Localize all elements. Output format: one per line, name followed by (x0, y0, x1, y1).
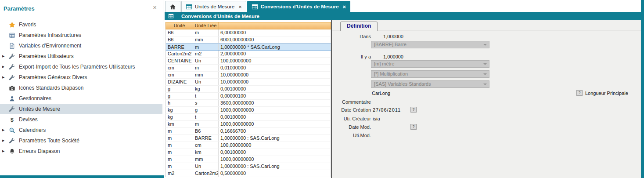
sidebar-item[interactable]: ▶Erreurs Diapason (0, 146, 162, 156)
table-row[interactable]: mBARRE1,00000000 : SAS.CarLong (165, 135, 331, 142)
cell-unite: m (166, 163, 193, 170)
table-row[interactable]: kgg1000,00000000 (165, 107, 331, 114)
cell-unite-liee: B6 (193, 128, 219, 134)
column-header[interactable] (219, 22, 331, 29)
table-row[interactable]: kgt0,00100000 (165, 114, 331, 121)
table-row[interactable]: CENTAINEUn100,00000000 (165, 58, 331, 65)
sidebar-item-label: Export-Import de Tous les Paramètres Uti… (19, 64, 135, 70)
dans-unit-select[interactable]: [BARRE] Barre (371, 41, 489, 48)
table-row[interactable]: mB60,16666700 (165, 128, 331, 135)
expand-arrow-icon[interactable]: ▶ (0, 65, 9, 69)
sidebar-item[interactable]: Paramètres Infrastructures (0, 30, 162, 40)
cell-valeur: 0,00100000 (219, 86, 331, 92)
date-creation-label: Date Création (336, 107, 371, 113)
cell-unite-liee: kg (193, 86, 219, 92)
sidebar-item-label: Paramètres Infrastructures (19, 32, 81, 38)
table-row[interactable]: DIZAINEUn10,00000000 (165, 79, 331, 86)
sidebar-item[interactable]: Variables d'Environnement (0, 40, 162, 51)
cell-valeur: 6000,00000000 (219, 36, 331, 43)
table-row[interactable]: gt0,00000100 (165, 93, 331, 100)
table-row[interactable]: kmm1000,00000000 (165, 121, 331, 128)
table-row[interactable]: m2Carton2m20,50000000 (165, 170, 331, 177)
table-row[interactable]: BARREm1,00000000 * SAS.CarLong (165, 44, 331, 51)
sidebar-item[interactable]: ▶Export-Import de Tous les Paramètres Ut… (0, 62, 162, 72)
table-row[interactable]: mUn1,00000000 : SAS.CarLong (165, 163, 331, 170)
operation-select[interactable]: [*] Multiplication (371, 70, 489, 78)
table-row[interactable]: mkm0,00100000 (165, 149, 331, 156)
sidebar-item-label: Devises (19, 116, 38, 123)
search-globe-icon (9, 127, 16, 134)
sidebar-item[interactable]: ▶Paramètres Utilisateurs (0, 51, 162, 62)
chevron-down-icon (483, 73, 487, 75)
sidebar-item-label: Favoris (19, 22, 36, 28)
cell-unite: m (166, 142, 193, 149)
tab-label: Unités de Mesure (195, 4, 234, 9)
tab-close-icon[interactable]: × (238, 4, 242, 10)
sidebar-item[interactable]: ▶Paramètres Généraux Divers (0, 72, 162, 83)
uti-mod-label: Uti.Mod. (336, 133, 371, 138)
sidebar-item-label: Gestionnaires (19, 95, 51, 102)
table-row[interactable]: hs3600,00000000 (165, 100, 331, 107)
cell-unite-liee: Un (193, 58, 219, 64)
table-row[interactable]: B6mm6000,00000000 (165, 36, 331, 44)
bottom-chrome-strip (0, 175, 164, 178)
table-row[interactable]: mcm100,00000000 (165, 142, 331, 149)
sidebar-items: FavorisParamètres InfrastructuresVariabl… (0, 19, 162, 156)
table-header-row: UnitéUnité Liée (165, 22, 331, 29)
column-header[interactable]: Unité Liée (193, 22, 219, 29)
document-tab-bar: Unités de Mesure×Conversions d'Unités de… (165, 0, 641, 12)
definition-panel: Définition Dans 1,000000 [BARRE] Barre I… (332, 20, 641, 178)
cell-valeur: 0,16666700 (219, 128, 331, 134)
unites-de-mesure-tab[interactable]: Unités de Mesure× (181, 1, 246, 12)
table-row[interactable]: cmm0,01000000 (165, 65, 331, 72)
date-mod-picker-button[interactable]: ? (410, 124, 417, 130)
longueur-principale-checkbox[interactable]: ? (576, 90, 583, 96)
sidebar-item[interactable]: Unités de Mesure (0, 104, 162, 114)
vertical-scrollbar[interactable] (641, 0, 644, 178)
conversions-table: UnitéUnité Liée B6m6,00000000B6mm6000,00… (165, 22, 331, 177)
sidebar-item[interactable]: Icônes Standards Diapason (0, 83, 162, 93)
cell-unite-liee: Un (193, 163, 219, 170)
cell-unite: m (166, 156, 193, 163)
dans-value: 1,000000 (374, 34, 403, 39)
column-header[interactable]: Unité (166, 22, 193, 29)
expand-arrow-icon[interactable]: ▶ (0, 76, 9, 79)
sidebar-close-icon[interactable]: × (153, 4, 157, 11)
date-creation-picker-button[interactable]: ? (410, 107, 417, 113)
target-unit-select[interactable]: [m] mètre (371, 60, 489, 68)
cell-valeur: 1000,00000000 (219, 121, 331, 127)
expand-arrow-icon[interactable]: ▶ (0, 149, 9, 153)
sidebar-item-label: Paramètres Utilisateurs (19, 53, 74, 59)
table-row[interactable]: cmmm10,00000000 (165, 72, 331, 79)
sidebar-item-label: Erreurs Diapason (19, 148, 60, 154)
table-body: B6m6,00000000B6mm6000,00000000BARREm1,00… (165, 29, 331, 177)
cell-valeur: 100,00000000 (219, 142, 331, 149)
cell-valeur: 1,00000000 : SAS.CarLong (219, 135, 331, 142)
expand-arrow-icon[interactable]: ▶ (0, 54, 9, 58)
table-row[interactable]: mmm1000,00000000 (165, 156, 331, 163)
dollar-icon: $ (9, 116, 16, 123)
tab-close-icon[interactable]: × (343, 4, 346, 10)
expand-arrow-icon[interactable]: ▶ (0, 139, 9, 142)
cell-valeur: 1,00000000 * SAS.CarLong (219, 44, 331, 50)
cell-unite: m (166, 149, 193, 156)
table-row[interactable]: gkg0,00100000 (165, 86, 331, 93)
cell-unite-liee: s (193, 100, 219, 106)
cell-unite: m (166, 128, 193, 134)
cell-unite: kg (166, 114, 193, 120)
window-grid-icon (168, 13, 176, 20)
variable-type-select[interactable]: [SAS] Variables Standards (371, 80, 489, 88)
table-row[interactable]: Carton2m2m22,00000000 (165, 51, 331, 58)
expand-arrow-icon[interactable]: ▶ (0, 128, 9, 132)
sidebar-item[interactable]: ▶Calendriers (0, 125, 162, 135)
conversions-tab[interactable]: Conversions d'Unités de Mesure× (247, 1, 350, 12)
home-tab[interactable] (165, 1, 180, 12)
sidebar-item[interactable]: $Devises (0, 114, 162, 125)
sidebar-item[interactable]: Favoris (0, 19, 162, 30)
sidebar-item[interactable]: Gestionnaires (0, 93, 162, 104)
cell-valeur: 0,00000100 (219, 93, 331, 99)
sidebar-item[interactable]: ▶Paramètres Toute Société (0, 135, 162, 146)
table-row[interactable]: B6m6,00000000 (165, 29, 331, 36)
tab-definition[interactable]: Définition (340, 22, 378, 31)
panel-splitter[interactable] (331, 20, 332, 178)
